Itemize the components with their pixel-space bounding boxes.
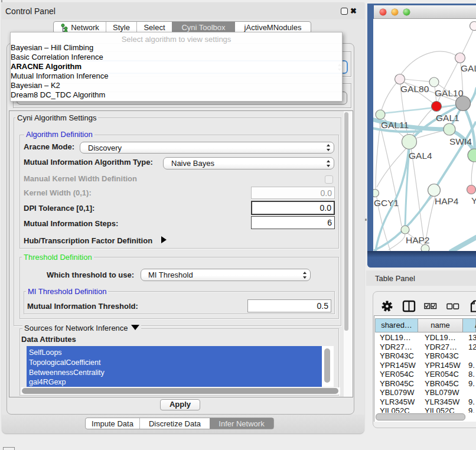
svg-text:GAL10: GAL10 — [435, 88, 464, 98]
svg-text:GAL7: GAL7 — [461, 63, 476, 73]
svg-text:SWI4: SWI4 — [449, 136, 472, 146]
svg-text:GAL80: GAL80 — [400, 84, 429, 94]
svg-text:Y: Y — [471, 195, 476, 206]
svg-text:GAL1: GAL1 — [436, 113, 459, 123]
svg-text:GAL11: GAL11 — [381, 120, 409, 130]
svg-text:GAL4: GAL4 — [409, 151, 432, 161]
svg-text:HAP4: HAP4 — [435, 196, 459, 206]
svg-text:HAP2: HAP2 — [406, 235, 430, 245]
svg-text:GCY1: GCY1 — [374, 198, 399, 208]
